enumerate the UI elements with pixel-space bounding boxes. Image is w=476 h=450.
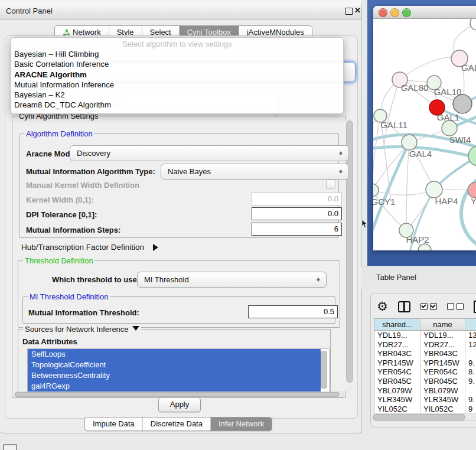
close-panel-icon[interactable]: ✕ <box>354 3 361 18</box>
algorithm-option-basic-correlation-inference[interactable]: Basic Correlation Inference <box>11 59 343 69</box>
which-threshold-label: Which threshold to use: <box>52 275 139 284</box>
tab-impute-data[interactable]: Impute Data <box>85 418 142 431</box>
table-cell[interactable]: 13 <box>465 331 476 340</box>
algorithm-option-mutual-information-inference[interactable]: Mutual Information Inference <box>11 80 343 90</box>
attribute-betweennesscentrality[interactable]: BetweennessCentrality <box>28 370 321 381</box>
mi-steps-field[interactable]: 6 <box>252 223 342 236</box>
hub-definition-expander[interactable]: Hub/Transcription Factor Definition <box>21 242 162 252</box>
algorithm-option-bayesian-hill-climbing[interactable]: Bayesian – Hill Climbing <box>11 49 343 59</box>
tab-infer-network[interactable]: Infer Network <box>210 418 272 431</box>
node-label: GCY1 <box>373 197 395 207</box>
table-cell[interactable]: YLR345W <box>420 395 465 405</box>
mi-algorithm-type-combobox[interactable]: Naive Bayes <box>161 164 349 180</box>
table-cell[interactable]: YBL079W <box>374 386 420 396</box>
attribute-gal4rgexp[interactable]: gal4RGexp <box>28 381 321 392</box>
table-cell[interactable] <box>465 349 476 358</box>
table-row[interactable]: YDL19...YDL19...13 <box>374 331 476 340</box>
network-node[interactable] <box>442 120 457 136</box>
table-cell[interactable]: 9 <box>465 405 476 414</box>
table-row[interactable]: YLR345WYLR345W9. <box>374 395 476 405</box>
manual-kernel-width-checkbox[interactable] <box>326 180 335 189</box>
settings-hscrollbar[interactable] <box>14 392 344 397</box>
table-row[interactable]: YIL052CYIL052C9 <box>374 405 476 414</box>
select-all-checkboxes-icon[interactable] <box>420 303 437 310</box>
column-header-2[interactable] <box>465 319 476 330</box>
node-label: GAL10 <box>434 87 462 97</box>
table-cell[interactable]: YBR043C <box>374 349 420 358</box>
column-header-shared[interactable]: shared... <box>374 319 420 330</box>
algorithm-option-dream8-dc-tdc-algorithm[interactable]: Dream8 DC_TDC Algorithm <box>11 100 343 110</box>
network-node[interactable] <box>470 19 476 30</box>
table-row[interactable]: YPR145WYPR145W9. <box>374 358 476 368</box>
table-settings-gear-icon[interactable]: ⚙ <box>377 299 388 314</box>
data-operation-tabs: Impute DataDiscretize DataInfer Network <box>84 417 272 431</box>
collapsed-panel-icon[interactable] <box>3 444 17 450</box>
network-canvas[interactable]: GALGAL80GAL10GAL1GAL11GAL4SWI4GCY1HAP4YH… <box>373 19 476 250</box>
table-cell[interactable]: YBL079W <box>420 386 465 396</box>
table-cell[interactable]: YDR27... <box>420 340 465 350</box>
table-cell[interactable]: 9. <box>465 377 476 386</box>
network-window-titlebar[interactable] <box>373 6 476 19</box>
table-cell[interactable]: YLR345W <box>374 395 420 405</box>
table-cell[interactable]: YIL052C <box>420 405 465 414</box>
table-cell[interactable]: YBR045C <box>374 377 420 386</box>
node-label: GAL4 <box>409 149 432 159</box>
network-node-swi4[interactable] <box>468 146 476 166</box>
table-cell[interactable]: 8. <box>465 367 476 377</box>
close-window-icon[interactable] <box>379 8 387 17</box>
settings-hscrollbar-thumb[interactable] <box>15 392 340 397</box>
table-row[interactable]: YBR043CYBR043C <box>374 349 476 358</box>
attribute-selfloops[interactable]: SelfLoops <box>28 349 321 360</box>
table-cell[interactable]: YBR045C <box>420 377 465 386</box>
table-cell[interactable]: YIL052C <box>374 405 420 414</box>
which-threshold-combobox[interactable]: MI Threshold <box>137 272 327 288</box>
new-table-icon[interactable] <box>474 301 476 313</box>
aracne-mode-combobox[interactable]: Discovery <box>70 145 349 161</box>
table-hscrollbar-thumb[interactable] <box>373 414 465 420</box>
control-panel-title: Control Panel <box>6 3 53 19</box>
float-panel-icon[interactable] <box>345 8 353 15</box>
mi-threshold-field[interactable]: 0.5 <box>248 305 338 318</box>
table-cell[interactable]: YER054C <box>374 367 420 377</box>
table-row[interactable]: YDR27...YDR27...12 <box>374 340 476 350</box>
table-hscrollbar[interactable] <box>373 413 476 421</box>
network-node[interactable] <box>453 94 472 113</box>
table-cell[interactable]: 9. <box>465 395 476 405</box>
column-header-name[interactable]: name <box>420 319 465 330</box>
data-attributes-list[interactable]: SelfLoopsTopologicalCoefficientBetweenne… <box>27 348 330 392</box>
minimize-window-icon[interactable] <box>390 8 399 17</box>
table-cell[interactable]: YDR27... <box>374 340 420 350</box>
table-cell[interactable]: YDL19... <box>374 331 420 340</box>
attribute-topologicalcoefficient[interactable]: TopologicalCoefficient <box>28 360 321 370</box>
attributes-scrollbar-thumb[interactable] <box>321 351 327 389</box>
network-node-gcy1[interactable] <box>373 184 379 197</box>
column-layout-icon[interactable] <box>398 301 410 312</box>
algorithm-definition-title: Algorithm Definition <box>24 129 94 138</box>
table-row[interactable]: YER054CYER054C8. <box>374 367 476 377</box>
table-cell[interactable]: 9. <box>465 358 476 368</box>
algorithm-option-aracne-algorithm[interactable]: ARACNE Algorithm <box>11 70 343 80</box>
table-cell[interactable]: 12 <box>465 340 476 350</box>
table-row[interactable]: YBR045CYBR045C9. <box>374 377 476 386</box>
table-row[interactable]: YBL079WYBL079W <box>374 386 476 396</box>
table-cell[interactable]: YER054C <box>420 367 465 377</box>
kernel-width-field[interactable]: 0.0 <box>252 193 342 206</box>
algorithm-option-bayesian-k2[interactable]: Bayesian – K2 <box>11 90 343 100</box>
stepper-arrows-icon <box>316 276 321 283</box>
table-cell[interactable]: YPR145W <box>420 358 465 368</box>
table-cell[interactable]: YPR145W <box>374 358 420 368</box>
table-cell[interactable]: YBR043C <box>420 349 465 358</box>
tab-discretize-data[interactable]: Discretize Data <box>142 418 210 431</box>
network-node[interactable] <box>418 244 431 250</box>
deselect-all-checkboxes-icon[interactable] <box>447 303 464 310</box>
network-node-gal4[interactable] <box>402 135 417 150</box>
apply-button[interactable]: Apply <box>158 397 201 412</box>
tab-label: Discretize Data <box>151 418 203 431</box>
table-cell[interactable] <box>465 386 476 396</box>
dpi-tolerance-field[interactable]: 0.0 <box>252 207 342 220</box>
table-cell[interactable]: YDL19... <box>420 331 465 340</box>
mi-steps-label: Mutual Information Steps: <box>26 226 120 234</box>
zoom-window-icon[interactable] <box>402 8 411 17</box>
manual-kernel-width-label: Manual Kernel Width Definition <box>26 181 139 190</box>
network-node-hap4[interactable] <box>426 181 442 198</box>
